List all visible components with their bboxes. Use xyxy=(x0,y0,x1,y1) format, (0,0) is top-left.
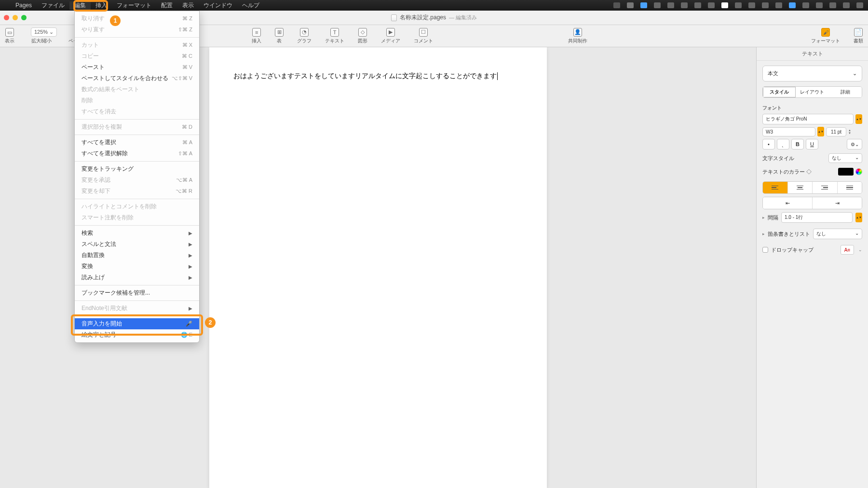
maximize-button[interactable] xyxy=(21,15,27,20)
spacing-stepper[interactable]: ▲▼ xyxy=(855,213,862,222)
close-button[interactable] xyxy=(4,15,9,20)
seg-style[interactable]: スタイル xyxy=(763,87,796,97)
font-size-stepper[interactable]: ▲▼ xyxy=(848,129,854,135)
underline-button[interactable]: U xyxy=(806,139,818,149)
status-icon[interactable] xyxy=(748,2,755,8)
status-icon[interactable] xyxy=(775,2,782,8)
comment-button[interactable]: ☐コメント xyxy=(414,28,433,44)
menu-item[interactable]: 検索▶ xyxy=(75,228,199,239)
document-page[interactable]: おはようございますテストをしていますリアルタイムに文字起こしすることができます xyxy=(209,47,547,488)
status-icon[interactable] xyxy=(843,2,850,8)
status-icon[interactable] xyxy=(789,2,796,8)
window-title: 名称未設定.pages — 編集済み xyxy=(391,14,477,22)
menubar-arrange[interactable]: 配置 xyxy=(156,1,177,10)
status-icon[interactable] xyxy=(667,2,674,8)
align-center[interactable] xyxy=(788,182,813,193)
inspector-segments: スタイル レイアウト 詳細 xyxy=(762,86,862,98)
menu-item[interactable]: ペースト⌘ V xyxy=(75,62,199,73)
menu-item: 削除 xyxy=(75,95,199,106)
zoom-label: 拡大/縮小 xyxy=(31,38,52,44)
table-button[interactable]: ⊞表 xyxy=(275,28,284,44)
document-label: 書類 xyxy=(854,38,863,44)
menu-item[interactable]: ペーストしてスタイルを合わせる⌥⇧⌘ V xyxy=(75,73,199,84)
view-button[interactable]: ▭ 表示 xyxy=(5,28,14,44)
char-style-label: 文字スタイル xyxy=(762,155,794,162)
status-icon[interactable] xyxy=(802,2,809,8)
status-icon[interactable] xyxy=(708,2,715,8)
align-justify[interactable] xyxy=(838,182,862,193)
menu-item[interactable]: 読み上げ▶ xyxy=(75,272,199,283)
color-wheel-icon[interactable] xyxy=(855,168,862,175)
menubar-format[interactable]: フォーマット xyxy=(112,1,156,10)
menu-item[interactable]: ブックマーク候補を管理... xyxy=(75,287,199,298)
indent-button[interactable]: ⇥ xyxy=(813,197,862,209)
italic-button[interactable]: ˎ xyxy=(777,139,789,149)
bold-button[interactable]: • xyxy=(762,139,775,149)
shape-button[interactable]: ◇図形 xyxy=(358,28,367,44)
status-icon[interactable] xyxy=(681,2,688,8)
inspector-tab-text[interactable]: テキスト xyxy=(757,47,868,61)
text-label: テキスト xyxy=(325,38,344,44)
text-color-swatch[interactable] xyxy=(838,168,854,176)
status-icon[interactable] xyxy=(829,2,836,8)
disclosure-icon[interactable]: ▸ xyxy=(762,215,765,220)
status-icon[interactable] xyxy=(640,2,647,8)
text-gear-button[interactable]: ⚙︎⌄ xyxy=(847,139,862,149)
seg-detail[interactable]: 詳細 xyxy=(829,87,862,97)
menubar-app[interactable]: Pages xyxy=(11,2,37,9)
font-family-select[interactable]: ヒラギノ角ゴ ProN xyxy=(762,114,854,124)
menu-item[interactable]: すべてを選択解除⇧⌘ A xyxy=(75,148,199,159)
menubar-edit[interactable]: 編集 xyxy=(69,1,91,10)
status-icon[interactable] xyxy=(816,2,823,8)
spacing-select[interactable]: 1.0 - 1行 xyxy=(781,212,853,223)
align-right[interactable] xyxy=(813,182,838,193)
menu-item[interactable]: 変更をトラッキング xyxy=(75,163,199,175)
menu-item[interactable]: スペルと文法▶ xyxy=(75,239,199,250)
edited-indicator: — 編集済み xyxy=(449,14,477,21)
menubar-window[interactable]: ウインドウ xyxy=(199,1,237,10)
align-left[interactable] xyxy=(763,182,788,193)
status-icon[interactable] xyxy=(762,2,769,8)
menu-item: 変更を却下⌥⌘ R xyxy=(75,186,199,197)
menu-item[interactable]: 絵文字と記号🌐 E xyxy=(75,329,199,340)
horizontal-align xyxy=(762,181,862,194)
outdent-button[interactable]: ⇤ xyxy=(763,197,813,209)
menubar-view[interactable]: 表示 xyxy=(177,1,199,10)
font-size-field[interactable]: 11 pt xyxy=(826,127,846,136)
menubar-help[interactable]: ヘルプ xyxy=(237,1,264,10)
dropcap-preview[interactable]: A≡ xyxy=(841,245,854,255)
seg-layout[interactable]: レイアウト xyxy=(796,87,828,97)
zoom-control[interactable]: 125% ⌄ 拡大/縮小 xyxy=(26,27,57,44)
font-weight-stepper[interactable]: ▲▼ xyxy=(817,127,824,136)
paragraph-style-select[interactable]: 本文 ⌄ xyxy=(762,66,862,81)
bold-b-button[interactable]: B xyxy=(791,139,804,149)
format-button[interactable]: 🖌フォーマット xyxy=(811,28,840,44)
menu-item[interactable]: 変換▶ xyxy=(75,261,199,272)
media-button[interactable]: ▶メディア xyxy=(381,28,400,44)
chart-button[interactable]: ◔グラフ xyxy=(297,28,312,44)
minimize-button[interactable] xyxy=(13,15,18,20)
menu-item[interactable]: 自動置換▶ xyxy=(75,250,199,261)
menu-item[interactable]: すべてを選択⌘ A xyxy=(75,137,199,148)
status-icon[interactable] xyxy=(613,2,620,8)
status-icon[interactable] xyxy=(721,2,728,8)
dropcap-checkbox[interactable] xyxy=(762,247,768,253)
status-icon[interactable] xyxy=(735,2,742,8)
font-family-stepper[interactable]: ▲▼ xyxy=(855,114,862,124)
menubar-insert[interactable]: 挿入 xyxy=(91,1,112,10)
insert-button[interactable]: ≡挿入 xyxy=(252,28,261,44)
char-style-select[interactable]: なし⌄ xyxy=(828,153,862,163)
text-button[interactable]: Tテキスト xyxy=(325,28,344,44)
bullets-select[interactable]: なし⌄ xyxy=(813,229,862,239)
status-icon[interactable] xyxy=(627,2,634,8)
collab-button[interactable]: 👤共同制作 xyxy=(568,28,587,44)
status-icon[interactable] xyxy=(694,2,701,8)
menubar-file[interactable]: ファイル xyxy=(37,1,69,10)
status-icon[interactable] xyxy=(654,2,661,8)
document-button[interactable]: 📄書類 xyxy=(854,28,863,44)
font-weight-select[interactable]: W3 xyxy=(762,127,815,136)
disclosure-icon[interactable]: ▸ xyxy=(762,231,765,236)
menu-item[interactable]: 音声入力を開始🎤 xyxy=(75,318,199,329)
status-icon[interactable] xyxy=(856,2,863,8)
body-text[interactable]: おはようございますテストをしていますリアルタイムに文字起こしすることができます xyxy=(233,72,497,80)
